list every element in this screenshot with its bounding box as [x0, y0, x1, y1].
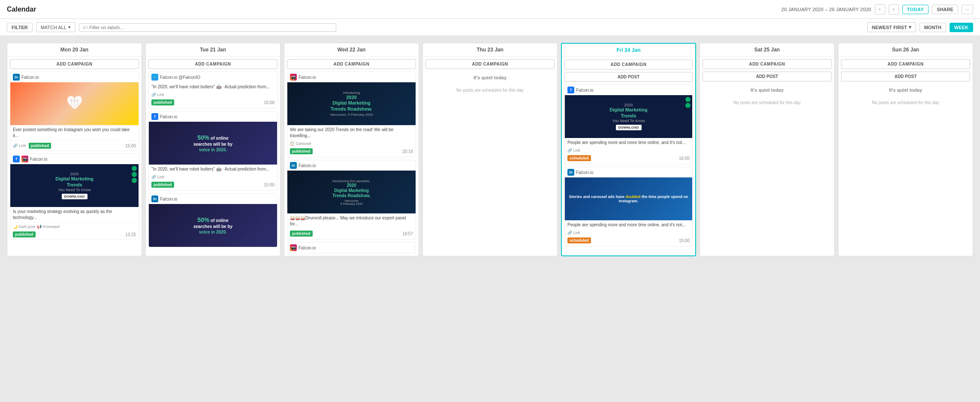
day-col-thu: Thu 23 Jan ADD CAMPAIGN It's quiet today… — [422, 43, 558, 256]
linkedin-icon: in — [290, 162, 297, 169]
quiet-today-sun: It's quiet today — [841, 84, 970, 96]
instagram-icon: 📷 — [290, 244, 297, 251]
post-image-voice: 50% of online searches will be by voice … — [149, 122, 277, 165]
date-range: 20 JANUARY 2020 – 26 JANUARY 2020 — [781, 7, 871, 12]
linkedin-icon: in — [567, 169, 574, 176]
status-badge: published — [13, 231, 36, 237]
day-col-sat: Sat 25 Jan ADD CAMPAIGN ADD POST It's qu… — [700, 43, 835, 256]
post-image-roadshow2: Introducing the panelists. 2020Digital M… — [287, 171, 416, 213]
match-all-button[interactable]: MATCH ALL ▾ — [36, 22, 75, 32]
label-filter-input[interactable] — [89, 25, 332, 30]
more-button[interactable]: ··· — [962, 5, 973, 14]
label-filter-container: 🏷 — [79, 23, 336, 32]
post-card: f 📷 Falcon.io 2020 Digital MarketingTren… — [10, 153, 139, 240]
download-button[interactable]: DOWNLOAD — [616, 125, 642, 130]
day-col-tue: Tue 21 Jan ADD CAMPAIGN 🐦 Falcon.io @Fal… — [145, 43, 280, 256]
day-header-sun: Sun 26 Jan — [838, 43, 973, 57]
status-badge: published — [290, 148, 313, 154]
share-button[interactable]: SHARE — [932, 5, 958, 14]
quiet-desc-thu: No posts are scheduled for this day — [425, 86, 555, 94]
post-image-heart — [10, 82, 139, 125]
add-campaign-tue[interactable]: ADD CAMPAIGN — [148, 59, 277, 69]
add-post-sat[interactable]: ADD POST — [703, 72, 832, 81]
post-card: in Falcon.io Introducing the panelists. … — [287, 160, 416, 240]
day-col-fri: Fri 24 Jan ADD CAMPAIGN ADD POST f Falco… — [561, 43, 696, 256]
status-badge: published — [29, 143, 51, 149]
quiet-desc-sat: No posts are scheduled for this day — [703, 99, 832, 107]
day-header-tue: Tue 21 Jan — [146, 43, 280, 57]
toolbar-right: NEWEST FIRST ▾ MONTH WEEK — [867, 22, 973, 32]
post-image-trends2: 2020 Digital MarketingTrends You Need To… — [565, 95, 692, 138]
day-col-mon: Mon 20 Jan ADD CAMPAIGN in Falcon.io — [7, 43, 142, 256]
day-header-wed: Wed 22 Jan — [284, 43, 419, 57]
post-card: f Falcon.io 2020 Digital MarketingTrends… — [564, 84, 693, 164]
download-button[interactable]: DOWNLOAD — [62, 194, 87, 199]
post-card: f Falcon.io 50% of online searches will … — [148, 111, 277, 191]
quiet-desc-sun: No posts are scheduled for this day — [841, 99, 970, 107]
add-campaign-thu[interactable]: ADD CAMPAIGN — [425, 59, 555, 69]
chevron-down-icon: ▾ — [909, 24, 911, 30]
toolbar: FILTER MATCH ALL ▾ 🏷 NEWEST FIRST ▾ MONT… — [0, 19, 980, 36]
week-view-button[interactable]: WEEK — [950, 23, 973, 32]
facebook-icon: f — [151, 113, 158, 120]
instagram-icon: 📷 — [21, 156, 28, 162]
status-badge: scheduled — [567, 237, 591, 243]
post-card: 📷 Falcon.io — [287, 242, 416, 253]
add-campaign-mon[interactable]: ADD CAMPAIGN — [10, 59, 139, 69]
add-campaign-sun[interactable]: ADD CAMPAIGN — [841, 59, 970, 69]
header-controls: 20 JANUARY 2020 – 26 JANUARY 2020 ‹ › TO… — [781, 4, 973, 15]
month-view-button[interactable]: MONTH — [920, 23, 946, 32]
status-badge: published — [290, 231, 313, 237]
post-card: in Falcon.io Stories and carousel ads ha… — [564, 167, 693, 246]
linkedin-icon: in — [151, 195, 158, 202]
post-image-trends: 2020 Digital MarketingTrends You Need To… — [10, 164, 139, 207]
facebook-icon: f — [13, 156, 20, 162]
chevron-down-icon: ▾ — [68, 24, 71, 30]
day-col-wed: Wed 22 Jan ADD CAMPAIGN 📷 Falcon.io Intr… — [284, 43, 419, 256]
newest-first-button[interactable]: NEWEST FIRST ▾ — [867, 22, 916, 32]
quiet-today-sat: It's quiet today — [703, 84, 832, 96]
twitter-icon: 🐦 — [151, 74, 158, 81]
calendar-container: Mon 20 Jan ADD CAMPAIGN in Falcon.io — [0, 36, 980, 263]
day-header-thu: Thu 23 Jan — [423, 43, 557, 57]
add-post-fri[interactable]: ADD POST — [564, 72, 693, 82]
day-header-mon: Mon 20 Jan — [7, 43, 142, 57]
post-card: in Falcon.io Ever posted something on In… — [10, 72, 139, 151]
filter-button[interactable]: FILTER — [7, 23, 33, 32]
post-image-stories: Stories and carousel ads have doubled th… — [565, 177, 692, 220]
facebook-icon: f — [567, 87, 574, 93]
post-card: 🐦 Falcon.io @FalconIO "In 2020, we'll ha… — [148, 72, 277, 108]
quiet-today-thu: It's quiet today — [425, 72, 555, 84]
calendar-grid: Mon 20 Jan ADD CAMPAIGN in Falcon.io — [7, 43, 973, 256]
post-card: 📷 Falcon.io Introducing 2020Digital Mark… — [287, 72, 416, 157]
next-week-button[interactable]: › — [889, 4, 899, 15]
status-badge: published — [151, 99, 174, 105]
instagram-icon: 📷 — [290, 74, 297, 81]
linkedin-icon: in — [13, 74, 20, 81]
day-header-fri: Fri 24 Jan — [562, 44, 695, 57]
toolbar-left: FILTER MATCH ALL ▾ 🏷 — [7, 22, 336, 32]
add-campaign-sat[interactable]: ADD CAMPAIGN — [703, 59, 832, 69]
tag-icon: 🏷 — [83, 25, 87, 30]
today-button[interactable]: TODAY — [902, 5, 929, 14]
app-title: Calendar — [7, 6, 36, 13]
link-icon: 🔗 — [13, 144, 18, 148]
post-card: in Falcon.io 50% of online searches will… — [148, 193, 277, 247]
status-badge: published — [151, 182, 174, 188]
post-image-voice2: 50% of online searches will be by voice … — [149, 204, 277, 247]
status-badge: scheduled — [567, 155, 591, 161]
day-header-sat: Sat 25 Jan — [700, 43, 834, 57]
add-post-sun[interactable]: ADD POST — [841, 72, 970, 81]
add-campaign-wed[interactable]: ADD CAMPAIGN — [287, 59, 416, 69]
add-campaign-fri[interactable]: ADD CAMPAIGN — [564, 60, 693, 69]
app-header: Calendar 20 JANUARY 2020 – 26 JANUARY 20… — [0, 0, 980, 19]
post-image-roadshow: Introducing 2020Digital MarketingTrends … — [287, 82, 416, 125]
prev-week-button[interactable]: ‹ — [875, 4, 885, 15]
day-col-sun: Sun 26 Jan ADD CAMPAIGN ADD POST It's qu… — [838, 43, 973, 256]
